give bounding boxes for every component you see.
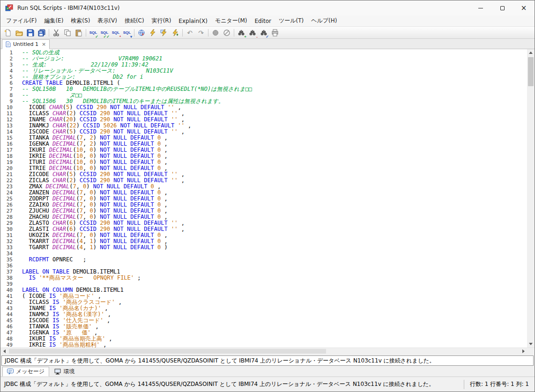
left-arrow-icon	[3, 349, 6, 353]
paste-button[interactable]	[73, 28, 84, 38]
open-button[interactable]	[14, 28, 25, 38]
binoculars-icon	[249, 29, 256, 37]
run-from-selected-button[interactable]	[170, 28, 181, 38]
code-line: IS '**商品マスター OPNQRY FILE' ;	[22, 275, 527, 281]
stop-icon	[213, 30, 218, 36]
tab-close-icon[interactable]: ×	[41, 41, 46, 47]
line-number: 40	[0, 287, 17, 293]
copy-button[interactable]	[62, 28, 73, 38]
find-all-button[interactable]: ✓	[258, 28, 269, 38]
line-number: 18	[0, 153, 17, 159]
menu-help[interactable]: ヘルプ(H)	[307, 15, 341, 26]
save-button[interactable]	[25, 28, 36, 38]
run-selected-button[interactable]	[158, 28, 170, 38]
vertical-scroll-track[interactable]	[527, 56, 535, 340]
menu-explain[interactable]: Explain(X)	[175, 16, 211, 26]
find-next-button[interactable]: +	[236, 28, 247, 38]
line-number: 9	[0, 98, 17, 104]
bottom-tab-bar: メッセージ 環境	[0, 366, 535, 377]
find-prev-button[interactable]: -	[247, 28, 258, 38]
horizontal-scrollbar[interactable]	[0, 348, 535, 355]
menu-search[interactable]: 検索(S)	[67, 15, 94, 26]
line-number: 30	[0, 226, 17, 232]
scroll-right-button[interactable]	[520, 348, 527, 355]
line-number: 16	[0, 141, 17, 147]
line-number: 38	[0, 275, 17, 281]
new-script-button[interactable]	[2, 28, 14, 38]
scroll-up-button[interactable]	[527, 49, 535, 56]
format-sql-button[interactable]: SQL *	[110, 28, 121, 38]
tab-environment-label: 環境	[63, 368, 74, 376]
tab-untitled-1[interactable]: Untitled 1 ×	[2, 39, 50, 49]
toolbar: SQL ✓ SQL ✓✓ SQL * SQL ▾ ↶	[0, 26, 535, 39]
line-number: 13	[0, 123, 17, 129]
menu-editor[interactable]: Editor	[251, 16, 275, 26]
sql-glyph: SQL	[101, 30, 108, 35]
stop-button[interactable]	[210, 28, 221, 38]
sql-glyph: SQL	[89, 30, 97, 35]
redo-icon: ↷	[198, 30, 204, 36]
save-all-icon	[38, 29, 45, 37]
line-number: 27	[0, 208, 17, 214]
horizontal-scroll-track[interactable]	[8, 348, 520, 355]
scroll-down-button[interactable]	[527, 340, 535, 348]
redo-button[interactable]: ↷	[195, 28, 207, 38]
code-area[interactable]: -- SQLの生成-- バージョン: V7R4M0 190621-- 生成: 2…	[17, 49, 527, 348]
line-number: 42	[0, 299, 17, 305]
code-line: TGARRT DECIMAL(4, 1) NOT NULL DEFAULT 0 …	[22, 244, 527, 251]
cancel-icon	[223, 29, 230, 37]
asterisk-mark-icon: *	[119, 35, 121, 39]
print-button[interactable]	[269, 28, 281, 38]
sql-glyph: SQL	[123, 30, 131, 35]
window-controls: ×	[470, 0, 535, 15]
toolbar-separator	[49, 29, 49, 37]
menu-tools[interactable]: ツール(T)	[275, 15, 307, 26]
menu-file[interactable]: ファイル(F)	[2, 15, 40, 26]
connect-button[interactable]	[136, 28, 147, 38]
menu-view[interactable]: 表示(V)	[94, 15, 121, 26]
line-number: 37	[0, 269, 17, 275]
horizontal-scroll-thumb[interactable]	[9, 349, 326, 354]
vertical-scrollbar[interactable]	[527, 49, 535, 348]
run-selected-icon	[160, 29, 168, 37]
line-number: 8	[0, 92, 17, 98]
connection-message: JDBC 構成「デフォルト」を使用して、GOMA から 141455/QUSER…	[5, 357, 435, 365]
sql-glyph: SQL	[112, 30, 119, 35]
tab-environment[interactable]: 環境	[50, 367, 79, 377]
tab-messages-label: メッセージ	[16, 368, 45, 376]
minimize-button[interactable]	[470, 0, 491, 15]
line-number: 1	[0, 50, 17, 56]
message-panel: JDBC 構成「デフォルト」を使用して、GOMA から 141455/QUSER…	[1, 355, 534, 366]
syntax-check-button[interactable]: SQL ✓	[88, 28, 99, 38]
cut-button[interactable]	[51, 28, 62, 38]
tab-messages[interactable]: メッセージ	[2, 367, 49, 377]
menu-edit[interactable]: 編集(E)	[40, 15, 67, 26]
undo-button[interactable]: ↶	[184, 28, 195, 38]
menu-run[interactable]: 実行(R)	[148, 15, 175, 26]
close-button[interactable]: ×	[513, 0, 535, 15]
save-icon	[27, 29, 34, 37]
down-arrow-icon	[529, 343, 533, 345]
line-number: 24	[0, 190, 17, 196]
code-line	[22, 251, 527, 257]
save-all-button[interactable]	[36, 28, 47, 38]
line-number: 4	[0, 68, 17, 74]
paste-icon	[75, 29, 82, 37]
code-line: -- SQL150B 10 DEMOLIBのテーブルITEML1中のREUSED…	[22, 86, 527, 92]
menu-connection[interactable]: 接続(C)	[121, 15, 148, 26]
line-number: 41	[0, 293, 17, 299]
scroll-left-button[interactable]	[0, 348, 8, 355]
syntax-check-all-button[interactable]: SQL ✓✓	[99, 28, 110, 38]
maximize-button[interactable]	[491, 0, 513, 15]
cancel-request-button[interactable]	[221, 28, 232, 38]
sql-assist-button[interactable]: SQL ▾	[121, 28, 133, 38]
line-number: 31	[0, 232, 17, 238]
menu-monitor[interactable]: モニター(M)	[211, 15, 251, 26]
run-all-icon	[149, 29, 156, 37]
document-tab-bar: Untitled 1 ×	[0, 39, 535, 49]
run-all-button[interactable]	[147, 28, 158, 38]
toolbar-separator	[134, 29, 134, 37]
vertical-scroll-thumb[interactable]	[528, 57, 534, 86]
line-number: 5	[0, 74, 17, 80]
line-number: 19	[0, 159, 17, 165]
